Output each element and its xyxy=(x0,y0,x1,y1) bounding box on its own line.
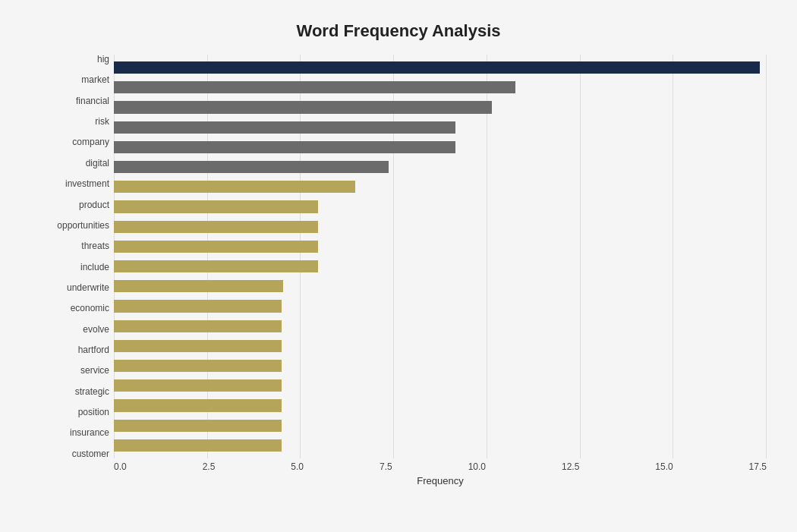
bar-row xyxy=(114,436,767,455)
bars-and-grid xyxy=(114,55,767,458)
y-label: risk xyxy=(30,117,109,126)
bar-row xyxy=(114,356,767,376)
x-tick: 0.0 xyxy=(114,461,127,472)
bar-row xyxy=(114,97,767,117)
bar-row xyxy=(114,257,767,276)
bar-row xyxy=(114,77,767,97)
bar xyxy=(114,181,355,193)
y-label: product xyxy=(30,200,109,209)
x-tick: 12.5 xyxy=(562,461,579,472)
bar-row xyxy=(114,118,767,137)
bar xyxy=(114,81,515,93)
x-tick: 15.0 xyxy=(655,461,673,472)
bar xyxy=(114,320,282,332)
y-label: underwrite xyxy=(30,283,109,292)
x-tick: 7.5 xyxy=(380,461,392,472)
x-tick: 10.0 xyxy=(468,461,486,472)
bar xyxy=(114,161,389,173)
bar xyxy=(114,121,455,134)
x-ticks: 0.02.55.07.510.012.515.017.5 xyxy=(114,458,767,472)
y-label: investment xyxy=(30,179,109,188)
y-label: hartford xyxy=(30,345,109,354)
x-axis-content: 0.02.55.07.510.012.515.017.5 Frequency xyxy=(114,458,767,486)
x-tick: 2.5 xyxy=(203,461,216,472)
y-label: strategic xyxy=(30,387,109,396)
bar-row xyxy=(114,316,767,336)
bar xyxy=(114,101,492,113)
y-label: position xyxy=(30,408,109,417)
y-label: opportunities xyxy=(30,221,109,230)
bar xyxy=(114,141,455,153)
y-label: economic xyxy=(30,304,109,313)
y-label: insurance xyxy=(30,428,109,437)
y-label: include xyxy=(30,263,109,272)
bar-row xyxy=(114,217,767,237)
x-axis-label: Frequency xyxy=(114,475,767,486)
bar-row xyxy=(114,376,767,395)
bar-row xyxy=(114,395,767,415)
bar xyxy=(114,61,760,74)
bar xyxy=(114,280,283,292)
y-label: company xyxy=(30,137,109,146)
bar-row xyxy=(114,276,767,296)
y-label: customer xyxy=(30,449,109,458)
bar-row xyxy=(114,157,767,177)
x-tick: 5.0 xyxy=(291,461,304,472)
bar xyxy=(114,221,318,233)
bar xyxy=(114,379,282,392)
bar xyxy=(114,260,318,272)
y-label: threats xyxy=(30,241,109,250)
bar xyxy=(114,399,282,411)
bar xyxy=(114,439,282,452)
y-label: service xyxy=(30,366,109,375)
bar xyxy=(114,241,318,253)
y-label: hig xyxy=(30,55,109,64)
y-label: digital xyxy=(30,159,109,168)
bars-list xyxy=(114,55,767,458)
x-axis-spacer xyxy=(30,458,114,486)
bar xyxy=(114,200,318,212)
chart-container: Word Frequency Analysis higmarketfinanci… xyxy=(0,0,797,532)
bar-row xyxy=(114,336,767,356)
y-label: evolve xyxy=(30,325,109,334)
bar xyxy=(114,300,282,312)
chart-title: Word Frequency Analysis xyxy=(30,21,767,41)
x-tick: 17.5 xyxy=(749,461,767,472)
x-axis-wrapper: 0.02.55.07.510.012.515.017.5 Frequency xyxy=(30,458,767,486)
bar xyxy=(114,420,282,432)
bar-row xyxy=(114,137,767,157)
bar-row xyxy=(114,296,767,316)
bar-row xyxy=(114,237,767,257)
y-labels: higmarketfinancialriskcompanydigitalinve… xyxy=(30,55,114,458)
bar-row xyxy=(114,416,767,436)
chart-area: higmarketfinancialriskcompanydigitalinve… xyxy=(30,55,767,486)
bar-row xyxy=(114,58,767,77)
bar xyxy=(114,360,282,372)
grid-and-bars xyxy=(114,55,767,458)
y-label: financial xyxy=(30,96,109,105)
bar-row xyxy=(114,177,767,197)
bars-section: higmarketfinancialriskcompanydigitalinve… xyxy=(30,55,767,458)
y-label: market xyxy=(30,75,109,84)
bar-row xyxy=(114,197,767,216)
bar xyxy=(114,340,282,352)
